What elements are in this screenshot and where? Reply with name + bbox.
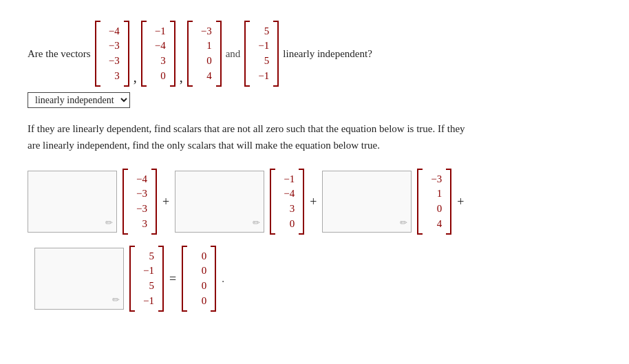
eq-vector-4: 5 −1 5 −1: [129, 246, 164, 312]
vector-3: −3 1 0 4: [187, 21, 222, 87]
eq-vector-zero: 0 0 0 0: [182, 246, 216, 312]
m: 5 −1 5 −1: [135, 246, 158, 312]
e: 0: [427, 202, 442, 217]
intro-text: Are the vectors: [28, 48, 91, 60]
right-bracket-v3: [216, 21, 222, 87]
vector-4: 5 −1 5 −1: [244, 21, 279, 87]
e: 0: [191, 279, 206, 294]
right-bracket-v2: [170, 21, 175, 87]
m: −4 −3 −3 3: [128, 169, 151, 235]
e: 1: [427, 186, 442, 202]
matrix-v3: −3 1 0 4: [193, 21, 216, 87]
e: −3: [132, 202, 147, 217]
entry: −3: [197, 24, 212, 39]
e: 0: [279, 217, 295, 232]
scalar-3-input[interactable]: [322, 171, 412, 233]
left-bracket-v3: [187, 21, 193, 87]
m: −1 −4 3 0: [275, 169, 299, 235]
lb: [182, 246, 187, 312]
desc-line1: If they are linearly dependent, find sca…: [28, 123, 465, 134]
plus-1: +: [162, 195, 169, 209]
eq-vector-2: −1 −4 3 0: [270, 169, 304, 235]
equation-row-2: ✏ 5 −1 5 −1 = 0 0 0 0 .: [34, 246, 601, 312]
scalar-1-wrap: ✏: [28, 171, 117, 233]
scalar-4-input[interactable]: [34, 248, 124, 310]
e: 5: [139, 249, 154, 264]
matrix-v1: −4 −3 −3 3: [100, 21, 124, 87]
rb: [151, 169, 157, 235]
dropdown-wrap: linearly independent linearly dependent: [28, 92, 601, 108]
e: 4: [427, 217, 442, 232]
lb: [122, 169, 128, 235]
e: 0: [191, 294, 206, 309]
e: 5: [139, 279, 154, 294]
entry: −3: [105, 54, 120, 69]
entry: −3: [105, 39, 120, 54]
e: 0: [191, 249, 206, 264]
left-bracket-v1: [95, 21, 100, 87]
entry: 3: [105, 69, 120, 84]
lb: [270, 169, 275, 235]
and-text: and: [226, 48, 241, 60]
entry: −1: [254, 39, 269, 54]
right-bracket-v4: [273, 21, 279, 87]
rb: [446, 169, 451, 235]
scalar-3-wrap: ✏: [322, 171, 412, 233]
entry: 3: [151, 54, 166, 69]
e: −1: [279, 172, 295, 187]
desc-line2: are linearly independent, find the only …: [28, 140, 380, 151]
plus-3: +: [457, 195, 464, 209]
right-bracket-v1: [124, 21, 129, 87]
entry: 0: [151, 69, 166, 84]
independence-dropdown[interactable]: linearly independent linearly dependent: [28, 92, 130, 108]
entry: 5: [254, 54, 269, 69]
e: −1: [139, 294, 154, 309]
equals-sign: =: [169, 272, 176, 286]
e: −4: [279, 186, 295, 202]
scalar-1-input[interactable]: [28, 171, 117, 233]
entry: −1: [151, 24, 166, 39]
entry: 4: [197, 69, 212, 84]
entry: −4: [151, 39, 166, 54]
pencil-icon-2: ✏: [253, 217, 260, 228]
e: 3: [132, 217, 147, 232]
e: 0: [191, 264, 206, 279]
e: −4: [132, 172, 147, 187]
question-line: Are the vectors −4 −3 −3 3 , −1 −4 3 0 ,…: [28, 21, 601, 87]
scalar-2-wrap: ✏: [175, 171, 264, 233]
entry: 1: [197, 39, 212, 54]
entry: −4: [105, 24, 120, 39]
matrix-v4: 5 −1 5 −1: [250, 21, 273, 87]
rb: [299, 169, 304, 235]
period: .: [222, 273, 224, 285]
m: −3 1 0 4: [423, 169, 446, 235]
left-bracket-v2: [141, 21, 147, 87]
left-bracket-v4: [244, 21, 250, 87]
pencil-icon-4: ✏: [112, 295, 120, 306]
entry: 5: [254, 24, 269, 39]
e: 3: [279, 202, 295, 217]
lb: [129, 246, 135, 312]
e: −1: [139, 264, 154, 279]
entry: 0: [197, 54, 212, 69]
plus-2: +: [310, 195, 317, 209]
comma-1: ,: [134, 69, 137, 85]
rb: [211, 246, 216, 312]
pencil-icon-3: ✏: [400, 217, 407, 228]
scalar-2-input[interactable]: [175, 171, 264, 233]
m: 0 0 0 0: [187, 246, 211, 312]
vector-2: −1 −4 3 0: [141, 21, 175, 87]
rb: [158, 246, 164, 312]
equation-row-1: ✏ −4 −3 −3 3 + ✏ −1 −4 3 0 + ✏: [28, 169, 601, 235]
comma-2: ,: [180, 69, 183, 85]
eq-vector-3: −3 1 0 4: [417, 169, 451, 235]
pencil-icon-1: ✏: [105, 217, 113, 228]
matrix-v2: −1 −4 3 0: [147, 21, 170, 87]
vector-1: −4 −3 −3 3: [95, 21, 129, 87]
scalar-4-wrap: ✏: [34, 248, 124, 310]
description: If they are linearly dependent, find sca…: [28, 120, 601, 153]
eq-vector-1: −4 −3 −3 3: [122, 169, 157, 235]
e: −3: [132, 186, 147, 202]
entry: −1: [254, 69, 269, 84]
linearly-independent-text: linearly independent?: [283, 48, 372, 60]
